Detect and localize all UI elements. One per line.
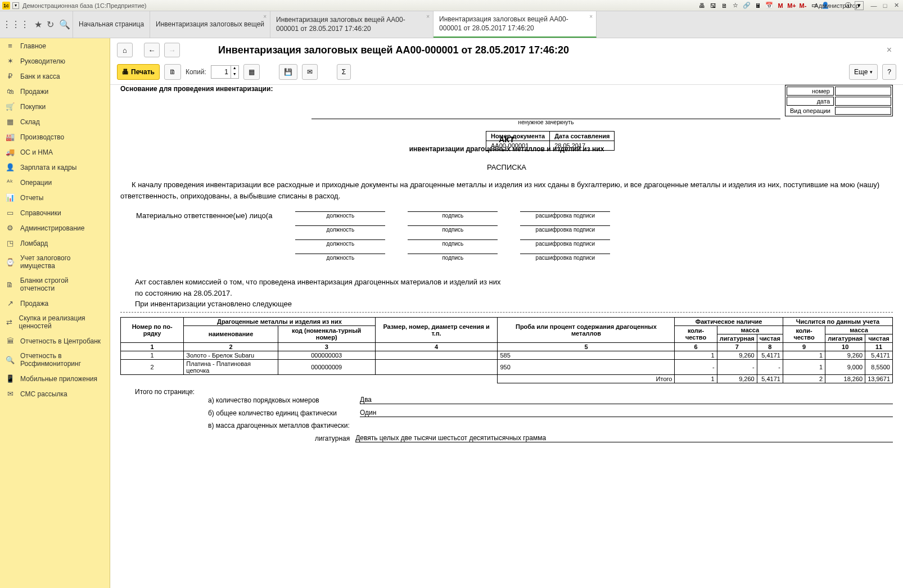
sig-pos: должность [295,211,385,219]
sidebar-item-label: СМС рассылка [20,390,67,398]
sidebar-icon: ₽ [6,72,15,80]
back-button[interactable]: ← [144,43,160,57]
sidebar-item-0[interactable]: ≡Главное [0,38,110,53]
tab-home[interactable]: Начальная страница [73,11,150,38]
calendar-icon[interactable]: 📅 [765,1,774,10]
favorite-icon[interactable]: ☆ [731,1,740,10]
app-menu-dropdown[interactable]: ▾ [12,2,19,9]
close-icon[interactable]: × [589,13,593,20]
sidebar-item-2[interactable]: ₽Банк и касса [0,69,110,84]
sidebar-icon: 📱 [6,374,15,383]
spin-up[interactable]: ▲ [231,66,238,72]
apps-icon[interactable]: ⋮⋮⋮ [2,19,29,30]
sidebar-item-5[interactable]: ▦Склад [0,114,110,129]
sidebar-item-21[interactable]: ✉СМС рассылка [0,386,110,401]
close-button[interactable]: ✕ [892,1,901,10]
save-icon[interactable]: 🖫 [708,1,717,10]
sig-sign: подпись [408,211,498,219]
sidebar-item-12[interactable]: ⚙Администрирование [0,220,110,236]
sidebar-item-label: Отчеты [20,194,43,202]
sig-dec: расшифровка подписи [520,211,610,219]
sidebar-item-14[interactable]: ⌚Учет залогового имущества [0,251,110,273]
sidebar-item-13[interactable]: ◳Ломбард [0,236,110,251]
sidebar-icon: ◳ [6,239,15,247]
table-row: 1Золото - Брелок Subaru00000000358519,26… [121,351,893,359]
sidebar-item-19[interactable]: 🔍Отчетность в Росфинмониторинг [0,349,110,371]
m-minus-button[interactable]: M- [798,1,807,10]
sidebar-item-3[interactable]: 🛍Продажи [0,84,110,99]
sidebar-item-label: Учет залогового имущества [20,254,104,270]
page-totals: Итого по странице: а) количество порядко… [135,388,893,442]
sidebar-icon: ⇄ [6,318,13,327]
document-area[interactable]: Основание для проведения инвентаризации:… [110,85,903,588]
sidebar-item-1[interactable]: ✶Руководителю [0,53,110,69]
page-title: Инвентаризация залоговых вещей АА00-0000… [218,44,878,56]
floppy-button[interactable]: 💾 [279,64,297,80]
mail-button[interactable]: ✉ [302,64,318,80]
sidebar-item-15[interactable]: 🗎Бланки строгой отчетности [0,273,110,296]
sidebar-item-17[interactable]: ⇄Скупка и реализация ценностей [0,311,110,333]
basis-label: Основание для проведения инвентаризации: [120,85,273,93]
preview-icon[interactable]: 🗎 [720,1,729,10]
close-panel-button[interactable]: × [882,45,896,55]
calc-icon[interactable]: 🖩 [753,1,762,10]
sidebar-icon: 🔍 [6,356,15,364]
sidebar-item-6[interactable]: 🏭Производство [0,129,110,144]
info-dropdown[interactable]: ▾ [855,1,864,10]
sidebar-item-11[interactable]: ▭Справочники [0,205,110,220]
sidebar-icon: ᴬᵏ [6,178,15,187]
quick-access: ⋮⋮⋮ ★ ↻ 🔍 [0,11,73,38]
sig-sign: подпись [408,254,498,261]
sidebar-item-label: Склад [20,118,40,126]
sidebar-item-7[interactable]: 🚚ОС и НМА [0,144,110,160]
spin-down[interactable]: ▼ [231,72,238,78]
help-button[interactable]: ? [882,64,896,80]
maximize-button[interactable]: □ [881,1,890,10]
copies-label: Копий: [186,68,206,76]
sidebar-item-18[interactable]: 🏛Отчетность в Центробанк [0,333,110,349]
sidebar-item-16[interactable]: ↗Продажа [0,296,110,311]
sig-dec: расшифровка подписи [520,225,610,233]
sidebar-item-10[interactable]: 📊Отчеты [0,190,110,205]
table-button[interactable]: ▦ [243,64,260,80]
home-button[interactable]: ⌂ [117,43,133,57]
sidebar-icon: 🛒 [6,102,15,111]
info-icon[interactable]: ⓘ [843,1,852,10]
sidebar-icon: ↗ [6,299,15,307]
sidebar-item-label: Руководителю [20,57,65,65]
sum-button[interactable]: Σ [337,64,351,80]
search-icon[interactable]: 🔍 [59,19,70,30]
sidebar-item-label: Производство [20,133,64,141]
link-icon[interactable]: 🔗 [742,1,751,10]
tab-inventory-list[interactable]: Инвентаризация залоговых вещей× [150,11,270,38]
minimize-button[interactable]: — [869,1,878,10]
print-icon[interactable]: 🖶 [697,1,706,10]
sidebar-item-4[interactable]: 🛒Покупки [0,99,110,114]
tab-inventory-doc1[interactable]: Инвентаризация залоговых вещей АА00-0000… [270,11,434,38]
star-icon[interactable]: ★ [34,19,42,30]
preview-button[interactable]: 🗎 [164,64,181,80]
tab-inventory-doc2[interactable]: Инвентаризация залоговых вещей АА00-0000… [434,11,597,38]
sidebar-item-20[interactable]: 📱Мобильные приложения [0,371,110,386]
sig-dec: расшифровка подписи [520,254,610,261]
sidebar-icon: ⚙ [6,224,15,232]
copies-input[interactable] [211,66,231,78]
more-button[interactable]: Еще [849,64,878,80]
sidebar-item-8[interactable]: 👤Зарплата и кадры [0,160,110,175]
intro-paragraph: К началу проведения инвентаризации все р… [120,179,893,201]
admin-label[interactable]: Администратор [832,1,841,10]
close-icon[interactable]: × [426,13,430,20]
history-icon[interactable]: ↻ [47,19,54,30]
forward-button[interactable]: → [164,43,180,57]
sidebar-item-9[interactable]: ᴬᵏОперации [0,175,110,190]
raspiska-title: РАСПИСКА [120,163,893,171]
m-button[interactable]: M [776,1,785,10]
print-button[interactable]: 🖶 Печать [117,64,160,80]
crossout-label: ненужное зачеркнуть [311,119,780,125]
copies-spinner[interactable]: ▲▼ [211,65,239,79]
m-plus-button[interactable]: M+ [787,1,796,10]
sidebar-item-label: Бланки строгой отчетности [20,277,104,292]
meta-box: номер дата Вид операции [785,85,893,116]
close-icon[interactable]: × [263,13,267,20]
sig-sign: подпись [408,239,498,247]
